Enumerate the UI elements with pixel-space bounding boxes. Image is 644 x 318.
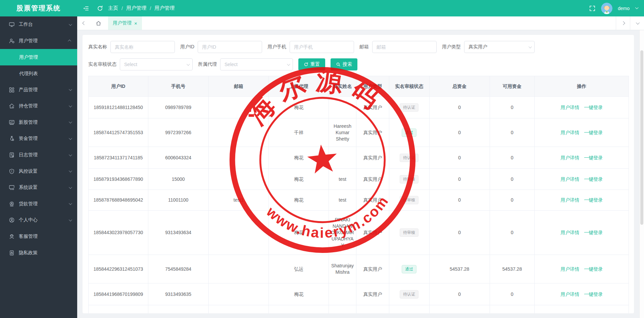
sidebar-item-label: 系统设置 (19, 184, 38, 191)
cell-available: 54537.28 (490, 255, 535, 283)
close-icon[interactable]: × (134, 21, 137, 26)
sidebar-subitem-用户管理[interactable]: 用户管理 (0, 49, 77, 65)
quick-login-link[interactable]: 一键登录 (584, 266, 603, 272)
breadcrumb-item[interactable]: 用户管理 (126, 5, 146, 11)
cell-total: 0 (430, 305, 490, 313)
reset-button[interactable]: 重置 (298, 58, 325, 70)
column-header-status: 实名审核状态 (389, 76, 430, 96)
sidebar-item-label: 产品管理 (19, 87, 38, 93)
status-badge: 通过 (402, 265, 416, 273)
breadcrumb-separator: / (150, 5, 151, 11)
quick-login-link[interactable]: 一键登录 (584, 176, 603, 182)
chevron-down-icon (69, 186, 72, 189)
fullscreen-icon[interactable] (589, 5, 596, 12)
tabs-scroll-right-button[interactable] (616, 16, 630, 30)
sidebar-item-用户管理[interactable]: 用户管理 (0, 33, 77, 49)
tabs-scroll-left-button[interactable] (77, 16, 91, 30)
user-detail-link[interactable]: 用户详情 (560, 197, 579, 203)
refresh-icon[interactable] (97, 5, 103, 12)
quick-login-link[interactable]: 一键登录 (584, 291, 603, 298)
avatar[interactable] (601, 3, 612, 14)
sidebar-item-label: 隐私政策 (19, 250, 38, 256)
tab-user-management[interactable]: 用户管理 × (108, 16, 142, 30)
user-detail-link[interactable]: 用户详情 (560, 155, 579, 161)
scrollbar-thumb[interactable] (640, 50, 643, 225)
cell-agent: 梅花 (269, 283, 329, 305)
cell-name: Shatrunjay Mishra (329, 255, 356, 283)
cell-type: 真实用户 (356, 283, 389, 305)
cell-agent: 梅花 (269, 169, 329, 190)
filter-label-真实名称: 真实名称 (88, 44, 107, 50)
user-detail-link[interactable]: 用户详情 (560, 129, 579, 136)
cell-actions: 用户详情一键登录 (535, 118, 629, 147)
sidebar-item-个人中心[interactable]: 个人中心 (0, 212, 77, 228)
table-row: 18584204482290524189985001224阿丹L Vasanth… (89, 305, 629, 313)
cell-actions: 用户详情一键登录 (535, 211, 629, 255)
cell-name: test (329, 169, 356, 190)
sidebar-item-隐私政策[interactable]: 隐私政策 (0, 245, 77, 261)
app-title: 股票管理系统 (0, 0, 77, 16)
user-detail-link[interactable]: 用户详情 (560, 291, 579, 298)
sidebar-item-产品管理[interactable]: 产品管理 (0, 82, 77, 98)
cell-type: 真实用户 (356, 305, 389, 313)
sidebar-item-工作台[interactable]: 工作台 (0, 16, 77, 33)
cell-available: 0 (490, 169, 535, 190)
vertical-scrollbar[interactable] (639, 30, 644, 318)
sidebar-item-贷款管理[interactable]: 贷款管理 (0, 196, 77, 212)
table-row: 18584419686701998099313493635梅花真实用户待认证00… (89, 283, 629, 305)
search-button[interactable]: 搜索 (331, 58, 357, 70)
quick-login-link[interactable]: 一键登录 (584, 104, 603, 111)
column-header-phone: 手机号 (148, 76, 209, 96)
chevron-down-icon (69, 104, 72, 107)
user-detail-link[interactable]: 用户详情 (560, 176, 579, 182)
filter-select-用户类型[interactable]: 真实用户 (464, 41, 535, 53)
quick-login-link[interactable]: 一键登录 (584, 229, 603, 236)
cell-actions: 用户详情一键登录 (535, 283, 629, 305)
sidebar-item-label: 资金管理 (19, 136, 38, 142)
filter-input-用户手机[interactable] (290, 41, 354, 53)
position-home-icon (9, 103, 15, 109)
home-tab-button[interactable] (91, 16, 105, 30)
sidebar-subitem-代理列表[interactable]: 代理列表 (0, 65, 77, 82)
breadcrumb-item[interactable]: 主页 (108, 5, 118, 11)
table-row: 18584430239780577309313493634梅花PINAKI NA… (89, 211, 629, 255)
table-row: 18587441257473515539972397266千祥Hareesh K… (89, 118, 629, 147)
quick-login-link[interactable]: 一键登录 (584, 155, 603, 161)
cell-type: 真实用户 (356, 255, 389, 283)
user-detail-link[interactable]: 用户详情 (560, 104, 579, 111)
cell-available: 0 (490, 118, 535, 147)
sidebar-item-新股管理[interactable]: 新股管理 (0, 114, 77, 131)
tabs-menu-button[interactable] (630, 16, 644, 30)
username[interactable]: demo (618, 6, 630, 11)
sidebar-item-资金管理[interactable]: 资金管理 (0, 130, 77, 147)
cell-name: test (329, 190, 356, 210)
sidebar-item-风控设置[interactable]: 风控设置 (0, 163, 77, 179)
cell-id: 1858791934368677890 (89, 169, 148, 190)
filter-select-实名审核状态[interactable]: Select (120, 58, 193, 70)
cell-available: 0 (490, 211, 535, 255)
filter-label-实名审核状态: 实名审核状态 (88, 61, 116, 67)
table-row: 18591812148811284500989789789梅花真实用户待认证00… (89, 97, 629, 118)
table-row: 185878768894869504211001100test1梅花test真实… (89, 190, 629, 211)
quick-login-link[interactable]: 一键登录 (584, 197, 603, 203)
filter-input-邮箱[interactable] (372, 41, 437, 53)
table-row: 185879193436867789015000梅花test真实用户待审核00用… (89, 169, 629, 190)
filter-select-所属代理[interactable]: Select (220, 58, 293, 70)
filter-input-用户ID[interactable] (198, 41, 262, 53)
collapse-menu-icon[interactable] (83, 5, 89, 12)
topbar: 主页/用户管理/用户管理 demo (77, 0, 644, 16)
sidebar-item-系统设置[interactable]: 系统设置 (0, 179, 77, 196)
cell-total: 0 (430, 169, 490, 190)
sidebar-item-持仓管理[interactable]: 持仓管理 (0, 98, 77, 114)
user-detail-link[interactable]: 用户详情 (560, 229, 579, 236)
users-table: 用户ID手机号邮箱上级代理真实姓名用户类型实名审核状态总资金可用资金操作1859… (88, 76, 629, 313)
sidebar-item-客服管理[interactable]: 客服管理 (0, 228, 77, 245)
cell-available: 0 (490, 305, 535, 313)
user-detail-link[interactable]: 用户详情 (560, 266, 579, 272)
sidebar-item-日志管理[interactable]: 日志管理 (0, 147, 77, 163)
cell-name (329, 283, 356, 305)
quick-login-link[interactable]: 一键登录 (584, 129, 603, 136)
chevron-down-icon[interactable] (635, 6, 639, 9)
filter-input-真实名称[interactable] (110, 41, 175, 53)
cell-email (209, 169, 269, 190)
